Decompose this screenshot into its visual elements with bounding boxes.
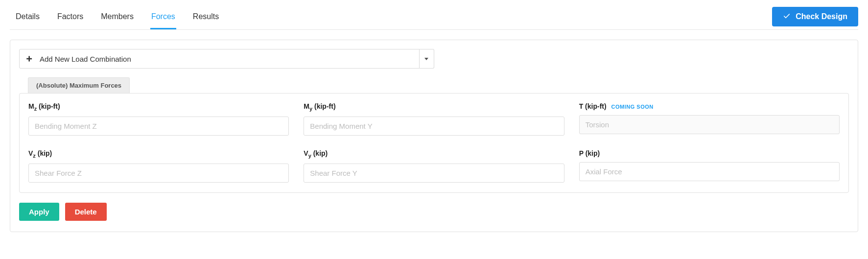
tab-members[interactable]: Members [100,7,135,29]
coming-soon-badge: Coming Soon [611,104,654,110]
add-combo-dropdown-button[interactable] [420,49,434,69]
tab-factors[interactable]: Factors [56,7,84,29]
field-vy: Vy (kip) [304,149,564,183]
label-my: My (kip-ft) [304,102,564,112]
field-mz: Mz (kip-ft) [28,102,289,136]
label-vz: Vz (kip) [28,149,289,159]
label-mz: Mz (kip-ft) [28,102,289,112]
label-t: T (kip-ft) Coming Soon [579,102,840,110]
force-grid: Mz (kip-ft) My (kip-ft) T (kip-ft) Comin… [19,93,849,193]
input-mz[interactable] [28,117,289,136]
chevron-down-icon [424,58,428,60]
input-my[interactable] [304,117,564,136]
panel: ➕︎ Add New Load Combination (Absolute) M… [10,40,858,232]
input-p[interactable] [579,162,840,181]
tab-forces[interactable]: Forces [150,7,176,29]
tabs: Details Factors Members Forces Results [10,7,220,29]
tab-details[interactable]: Details [15,7,41,29]
delete-button[interactable]: Delete [65,203,107,221]
label-vy: Vy (kip) [304,149,564,159]
check-design-button[interactable]: Check Design [772,7,858,26]
field-my: My (kip-ft) [304,102,564,136]
check-design-label: Check Design [796,12,847,21]
topbar: Details Factors Members Forces Results C… [10,7,858,30]
field-t: T (kip-ft) Coming Soon [579,102,840,136]
input-vy[interactable] [304,164,564,183]
field-p: P (kip) [579,149,840,183]
plus-icon: ➕︎ [26,54,32,63]
section-tab-row: (Absolute) Maximum Forces [19,77,849,93]
label-p: P (kip) [579,149,840,157]
tab-results[interactable]: Results [192,7,220,29]
section-tab-max-forces[interactable]: (Absolute) Maximum Forces [28,77,130,93]
input-t [579,115,840,134]
field-vz: Vz (kip) [28,149,289,183]
add-combo-row: ➕︎ Add New Load Combination [19,49,434,69]
action-row: Apply Delete [19,203,849,221]
add-load-combination-button[interactable]: ➕︎ Add New Load Combination [19,49,420,69]
add-combo-label: Add New Load Combination [40,55,131,63]
apply-button[interactable]: Apply [19,203,59,221]
check-icon [783,12,791,22]
input-vz[interactable] [28,164,289,183]
